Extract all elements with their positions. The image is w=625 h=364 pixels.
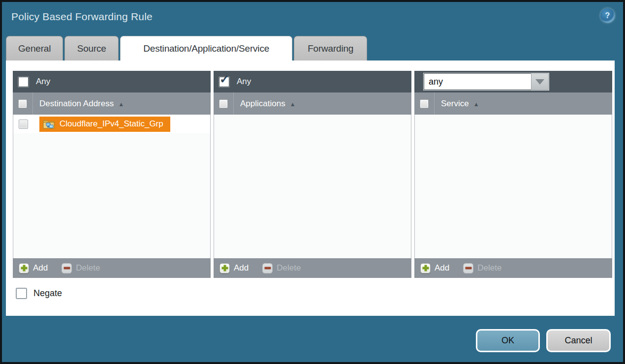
delete-minus-icon [463,263,473,273]
add-plus-icon [420,263,431,273]
pbf-rule-dialog: Policy Based Forwarding Rule ? General S… [0,0,625,364]
applications-header-label: Applications [240,99,285,109]
applications-column: ✓ Any Applications ▲ [214,71,411,278]
service-list [414,115,612,258]
dialog-title: Policy Based Forwarding Rule [11,11,153,23]
tab-destination-application-service[interactable]: Destination/Application/Service [120,36,292,61]
destination-footer: Add Delete [13,258,211,278]
applications-add-button[interactable]: Add [219,263,249,273]
sort-asc-icon: ▲ [290,101,296,108]
destination-table-header: Destination Address ▲ [13,92,211,115]
destination-select-all-checkbox[interactable] [18,99,27,108]
add-label: Add [435,263,449,273]
applications-table-header: Applications ▲ [214,92,411,115]
add-plus-icon [19,263,29,273]
address-group-icon [43,119,56,129]
destination-row-checkbox[interactable] [19,120,28,129]
applications-select-all-cell [214,92,234,115]
destination-header-label: Destination Address [39,99,114,109]
destination-address-label: Cloudflare_IPv4_Static_Grp [60,119,163,129]
service-column-header[interactable]: Service ▲ [435,92,479,115]
negate-row: Negate [16,288,62,299]
add-plus-icon [219,263,230,273]
service-footer: Add Delete [414,258,612,278]
destination-any-label: Any [36,77,50,87]
applications-select-all-checkbox[interactable] [219,99,228,108]
destination-list: Cloudflare_IPv4_Static_Grp [13,115,211,258]
applications-footer: Add Delete [214,258,411,278]
service-column: Service ▲ Add Delete [414,71,612,278]
destination-any-header: Any [13,71,211,92]
destination-select-all-cell [13,92,33,115]
tab-general[interactable]: General [6,36,63,61]
checkmark-icon: ✓ [219,73,229,85]
negate-label: Negate [33,288,62,299]
tab-forwarding[interactable]: Forwarding [294,36,367,61]
service-header-label: Service [441,99,469,109]
service-dropdown-header [414,71,612,92]
service-mode-combo [424,73,549,90]
applications-any-header: ✓ Any [214,71,411,92]
tab-source[interactable]: Source [64,36,119,61]
help-icon[interactable]: ? [600,8,615,23]
destination-column: Any Destination Address ▲ [13,71,211,278]
applications-delete-button[interactable]: Delete [262,263,301,273]
destination-column-header[interactable]: Destination Address ▲ [33,92,124,115]
applications-any-label: Any [237,77,251,87]
service-select-all-checkbox[interactable] [420,99,429,108]
service-add-button[interactable]: Add [420,263,449,273]
sort-asc-icon: ▲ [473,101,479,108]
delete-label: Delete [277,263,301,273]
delete-minus-icon [62,263,72,273]
destination-address-entry[interactable]: Cloudflare_IPv4_Static_Grp [39,117,170,132]
delete-label: Delete [76,263,100,273]
cancel-button[interactable]: Cancel [546,329,611,352]
destination-add-button[interactable]: Add [19,263,48,273]
negate-checkbox[interactable] [16,288,27,299]
destination-delete-button[interactable]: Delete [62,263,100,273]
applications-any-checkbox[interactable]: ✓ [219,77,229,87]
applications-column-header[interactable]: Applications ▲ [234,92,296,115]
ok-button[interactable]: OK [476,329,540,352]
service-mode-input[interactable] [424,73,531,90]
table-row: Cloudflare_IPv4_Static_Grp [13,115,210,133]
add-label: Add [234,263,249,273]
tab-bar: General Source Destination/Application/S… [6,36,367,61]
service-table-header: Service ▲ [414,92,612,115]
applications-list [214,115,411,258]
help-icon-glyph: ? [605,11,610,20]
service-dropdown-button[interactable] [531,73,549,90]
sort-asc-icon: ▲ [118,101,124,108]
chevron-down-icon [535,79,544,85]
delete-minus-icon [262,263,273,273]
destination-any-checkbox[interactable] [18,77,29,87]
title-bar: Policy Based Forwarding Rule ? [2,2,623,33]
delete-label: Delete [477,263,501,273]
service-select-all-cell [414,92,435,115]
service-delete-button[interactable]: Delete [463,263,501,273]
add-label: Add [33,263,48,273]
columns-container: Any Destination Address ▲ [13,71,612,278]
tab-content-panel: Any Destination Address ▲ [6,61,615,316]
